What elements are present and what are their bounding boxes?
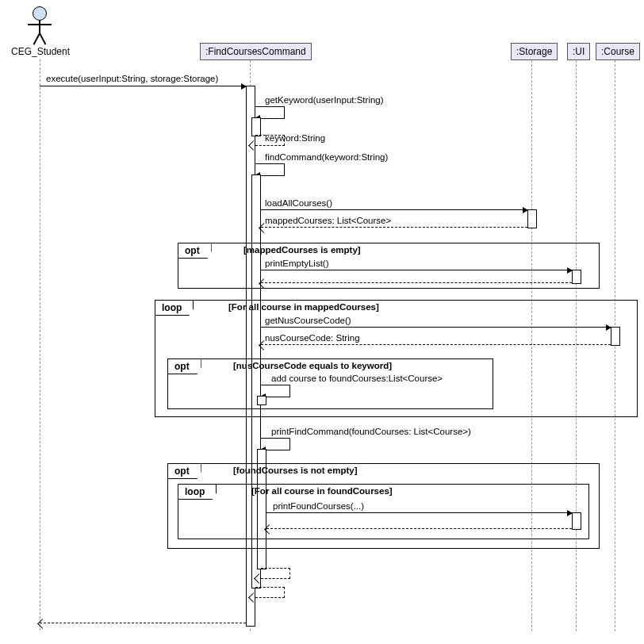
arrow-printfound-ret (266, 528, 572, 529)
msg-printempty: printEmptyList() (265, 259, 329, 268)
lifeline-actor (40, 59, 40, 631)
fragment-opt-keyword: opt [nusCourseCode equals to keyword] (167, 358, 493, 409)
msg-addcourse: add course to foundCourses:List<Course> (271, 374, 443, 383)
arrow-execute (40, 86, 246, 86)
actor-arm (28, 24, 52, 25)
msg-loadall-ret: mappedCourses: List<Course> (265, 216, 391, 225)
msg-findcommand: findCommand(keyword:String) (265, 152, 388, 162)
participant-course: :Course (596, 43, 640, 60)
arrow-printempty-ret (261, 282, 572, 283)
msg-getkeyword: getKeyword(userInput:String) (265, 95, 384, 105)
selfret-printfind (261, 568, 290, 579)
frag-tab-loop1: loop (155, 300, 194, 316)
activation-ui-printfound (572, 512, 581, 530)
activation-getkeyword (251, 117, 261, 136)
arrow-printfound (266, 512, 572, 513)
arrow-loadall (261, 209, 527, 210)
arrow-loadall-ret (261, 227, 527, 228)
msg-execute: execute(userInput:String, storage:Storag… (46, 74, 218, 83)
guard-opt1: [mappedCourses is empty] (243, 245, 361, 255)
frag-tab-opt3: opt (167, 463, 201, 479)
guard-opt3: [foundCourses is not empty] (233, 466, 358, 475)
msg-printfind: printFindCommand(foundCourses: List<Cour… (271, 427, 471, 436)
arrow-getnus (261, 327, 611, 328)
activation-storage-load (527, 209, 537, 228)
guard-opt2: [nusCourseCode equals to keyword] (233, 361, 392, 370)
msg-getnus: getNusCourseCode() (265, 316, 351, 325)
msg-getnus-ret: nusCourseCode: String (265, 333, 360, 343)
frag-tab-loop2: loop (178, 484, 217, 500)
activation-addcourse (257, 396, 266, 405)
actor-head (33, 6, 47, 21)
selfret-findcmd (255, 587, 285, 598)
arrow-getnus-ret (261, 344, 611, 345)
msg-printfound: printFoundCourses(...) (273, 501, 364, 511)
frag-tab-opt2: opt (167, 358, 201, 374)
actor-body (39, 20, 40, 34)
participant-findcommand: :FindCoursesCommand (200, 43, 312, 60)
fragment-loop-found: loop [For all course in foundCourses] (178, 484, 589, 539)
msg-keyword-ret: keyword:String (265, 133, 325, 143)
actor-label: CEG_Student (11, 46, 70, 57)
activation-ui-printempty (572, 270, 581, 284)
arrow-execute-ret (40, 623, 246, 623)
activation-course-getnus (611, 327, 620, 346)
guard-loop2: [For all course in foundCourses] (251, 486, 393, 496)
msg-loadall: loadAllCourses() (265, 198, 332, 208)
participant-ui: :UI (567, 43, 590, 60)
participant-storage: :Storage (511, 43, 558, 60)
guard-loop1: [For all course in mappedCourses] (228, 302, 379, 312)
actor-leg-r (39, 33, 46, 45)
frag-tab-opt1: opt (178, 243, 212, 259)
arrow-printempty (261, 270, 572, 270)
